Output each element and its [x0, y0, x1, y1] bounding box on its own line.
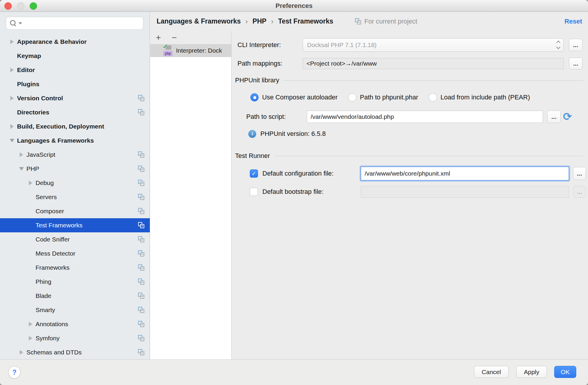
expand-arrow-icon[interactable] — [16, 350, 26, 355]
sidebar-item-label: Plugins — [17, 81, 39, 88]
sidebar-item-appearance-behavior[interactable]: Appearance & Behavior — [0, 35, 150, 49]
expand-arrow-icon[interactable] — [7, 39, 17, 44]
sidebar-item-keymap[interactable]: Keymap — [0, 49, 150, 63]
sidebar-item-label: Version Control — [17, 95, 63, 102]
expand-arrow-icon[interactable] — [7, 124, 17, 129]
settings-search-input[interactable] — [6, 17, 143, 30]
path-mappings-field[interactable]: <Project root>→/var/www — [303, 58, 564, 69]
sidebar-item-build-execution-deployment[interactable]: Build, Execution, Deployment — [0, 119, 150, 134]
breadcrumb-separator-icon: › — [245, 17, 248, 26]
path-to-script-browse-button[interactable]: ... — [547, 111, 561, 123]
sidebar-item-servers[interactable]: Servers — [0, 190, 150, 204]
radio-option-use-composer-autoloader[interactable]: Use Composer autoloader — [250, 93, 338, 101]
sidebar-item-test-frameworks[interactable]: Test Frameworks — [0, 218, 150, 232]
zoom-window-button[interactable] — [30, 2, 37, 10]
sidebar-item-php[interactable]: PHP — [0, 162, 150, 176]
path-mappings-browse-button[interactable]: ... — [569, 58, 582, 69]
expand-arrow-icon[interactable] — [7, 96, 17, 101]
default-configuration-browse-button[interactable]: ... — [573, 167, 586, 180]
sidebar-item-composer[interactable]: Composer — [0, 204, 150, 218]
sidebar-item-label: Smarty — [36, 306, 55, 314]
current-project-icon — [138, 349, 145, 356]
sidebar-item-smarty[interactable]: Smarty — [0, 303, 150, 317]
current-project-icon — [138, 278, 145, 286]
window-title: Preferences — [276, 2, 313, 10]
minimize-window-button[interactable] — [17, 2, 24, 10]
default-configuration-input[interactable] — [361, 167, 569, 180]
expand-arrow-icon[interactable] — [7, 68, 17, 72]
path-to-script-field[interactable]: /var/www/vendor/autoload.php — [307, 111, 543, 123]
current-project-icon — [138, 109, 145, 116]
sidebar-item-label: Phing — [36, 278, 51, 285]
sidebar-item-editor[interactable]: Editor — [0, 63, 150, 77]
sidebar-item-symfony[interactable]: Symfony — [0, 331, 150, 345]
ok-button[interactable]: OK — [554, 366, 576, 378]
breadcrumb-item[interactable]: Test Frameworks — [278, 17, 333, 25]
close-window-button[interactable] — [4, 2, 12, 10]
sidebar-item-code-sniffer[interactable]: Code Sniffer — [0, 232, 150, 246]
current-project-icon — [138, 334, 145, 342]
remove-interpreter-button[interactable]: − — [170, 33, 179, 42]
collapse-arrow-icon[interactable] — [16, 167, 26, 171]
radio-unselected-icon[interactable] — [348, 93, 356, 101]
path-to-script-label: Path to script: — [246, 113, 286, 121]
default-configuration-checkbox[interactable]: ✓ — [250, 169, 258, 178]
reset-link[interactable]: Reset — [564, 18, 582, 25]
add-interpreter-button[interactable]: + — [154, 33, 163, 42]
help-button[interactable]: ? — [8, 366, 21, 379]
apply-button[interactable]: Apply — [516, 366, 547, 378]
cancel-button[interactable]: Cancel — [474, 366, 509, 378]
breadcrumb-separator-icon: › — [271, 17, 274, 26]
radio-option-label: Path to phpunit.phar — [360, 94, 418, 101]
title-bar: Preferences — [0, 0, 588, 12]
default-bootstrap-input — [361, 186, 569, 198]
traffic-lights — [0, 0, 37, 12]
radio-option-path-to-phpunit-phar[interactable]: Path to phpunit.phar — [348, 93, 418, 101]
expand-arrow-icon[interactable] — [26, 181, 36, 185]
sidebar-item-label: Symfony — [36, 335, 60, 342]
cli-interpreter-select[interactable]: Docksal PHP 7.1 (7.1.18) — [303, 38, 564, 52]
sidebar-item-debug[interactable]: Debug — [0, 176, 150, 190]
info-icon: i — [248, 130, 256, 138]
current-project-icon — [138, 320, 145, 328]
test-runner-section-header: Test Runner — [232, 151, 588, 160]
sidebar-item-label: Servers — [36, 194, 57, 201]
radio-unselected-icon[interactable] — [429, 93, 437, 101]
breadcrumb-item[interactable]: PHP — [252, 17, 266, 25]
cli-interpreter-browse-button[interactable]: ... — [569, 39, 582, 51]
breadcrumb-item[interactable]: Languages & Frameworks — [157, 17, 241, 25]
sidebar-item-annotations[interactable]: Annotations — [0, 317, 150, 331]
default-configuration-label: Default configuration file: — [262, 170, 334, 177]
default-bootstrap-checkbox[interactable] — [250, 188, 258, 196]
path-mappings-row: Path mappings: <Project root>→/var/www .… — [232, 58, 588, 69]
sidebar-item-label: Debug — [36, 179, 54, 186]
radio-option-label: Load from include path (PEAR) — [440, 94, 530, 101]
sidebar-item-schemas-and-dtds[interactable]: Schemas and DTDs — [0, 345, 150, 359]
sidebar-item-label: Mess Detector — [36, 250, 75, 257]
sidebar-item-label: Appearance & Behavior — [17, 38, 87, 45]
expand-arrow-icon[interactable] — [26, 336, 36, 341]
sidebar-item-directories[interactable]: Directories — [0, 105, 150, 119]
radio-selected-icon[interactable] — [250, 93, 259, 101]
cli-interpreter-row: CLI Interpreter: Docksal PHP 7.1 (7.1.18… — [232, 38, 588, 52]
reload-version-icon[interactable]: ⟳ — [563, 111, 572, 122]
interpreter-list-item[interactable]: ✓ php Interpreter: Dock — [150, 44, 231, 57]
sidebar-item-label: Schemas and DTDs — [26, 349, 82, 356]
expand-arrow-icon[interactable] — [16, 152, 26, 157]
radio-option-load-from-include-path-pear[interactable]: Load from include path (PEAR) — [429, 93, 530, 101]
search-options-caret-icon[interactable] — [19, 22, 22, 24]
sidebar-item-mess-detector[interactable]: Mess Detector — [0, 246, 150, 261]
sidebar-item-javascript[interactable]: JavaScript — [0, 148, 150, 162]
expand-arrow-icon[interactable] — [26, 322, 36, 326]
sidebar-item-languages-frameworks[interactable]: Languages & Frameworks — [0, 134, 150, 148]
sidebar-item-label: Blade — [36, 292, 51, 299]
sidebar-item-frameworks[interactable]: Frameworks — [0, 261, 150, 275]
sidebar-item-label: Build, Execution, Deployment — [17, 123, 104, 130]
collapse-arrow-icon[interactable] — [7, 139, 17, 142]
preferences-window: Preferences Appearance & BehaviorKeymapE… — [0, 0, 588, 385]
default-bootstrap-label: Default bootstrap file: — [262, 188, 324, 196]
sidebar-item-version-control[interactable]: Version Control — [0, 91, 150, 105]
sidebar-item-blade[interactable]: Blade — [0, 289, 150, 303]
sidebar-item-phing[interactable]: Phing — [0, 275, 150, 289]
sidebar-item-plugins[interactable]: Plugins — [0, 77, 150, 91]
